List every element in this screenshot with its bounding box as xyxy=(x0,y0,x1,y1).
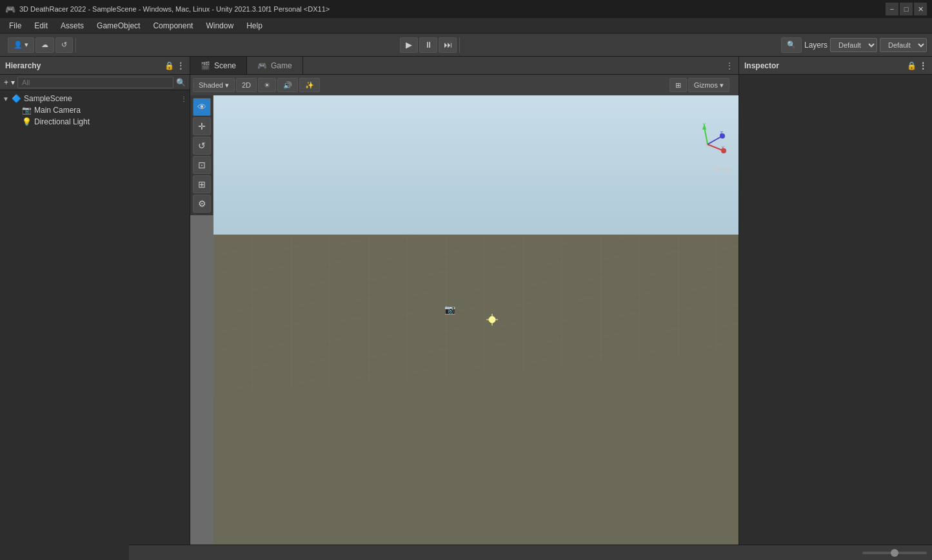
scene-gizmos-button[interactable]: Gizmos ▾ xyxy=(688,78,729,92)
camera-label: Main Camera xyxy=(34,106,187,115)
tree-item-maincamera[interactable]: 📷 Main Camera xyxy=(0,104,190,116)
scene-tool-rect[interactable]: ⊞ xyxy=(193,175,211,193)
shading-button[interactable]: Shaded ▾ xyxy=(193,78,235,92)
tab-game[interactable]: 🎮 Game xyxy=(247,57,303,74)
svg-text:Z: Z xyxy=(720,130,723,136)
hierarchy-header: Hierarchy 🔒 ⋮ xyxy=(0,57,190,75)
scene-grid-button[interactable]: ⊞ xyxy=(669,78,687,92)
light-icon: 💡 xyxy=(22,117,32,126)
account-group: 👤 ▾ ☁ ↺ xyxy=(5,37,76,53)
center-panel-menu-icon[interactable]: ⋮ xyxy=(720,61,739,70)
directional-light-obj[interactable] xyxy=(486,314,498,325)
scene-grid-svg xyxy=(213,235,739,560)
svg-text:Y: Y xyxy=(702,122,706,128)
hierarchy-search-icon[interactable]: 🔍 xyxy=(176,78,186,87)
main-area: Hierarchy 🔒 ⋮ + ▾ 🔍 ▼ 🔷 SampleScene ⋮ xyxy=(0,57,932,560)
svg-point-1 xyxy=(489,316,495,323)
playback-group: ▶ ⏸ ⏭ xyxy=(397,37,460,53)
layers-dropdown[interactable]: Default xyxy=(830,38,877,52)
inspector-menu-icon[interactable]: ⋮ xyxy=(919,61,927,70)
scene-tab-icon: 🎬 xyxy=(201,61,210,70)
gizmo-svg: X Y Z xyxy=(685,122,730,167)
inspector-header: Inspector 🔒 ⋮ xyxy=(739,57,932,75)
layout-dropdown[interactable]: Default xyxy=(880,38,927,52)
camera-obj[interactable]: 📷 xyxy=(444,304,455,314)
layers-label: Layers xyxy=(804,41,828,50)
tree-item-directionallight[interactable]: 💡 Directional Light xyxy=(0,116,190,128)
hierarchy-header-icons: 🔒 ⋮ xyxy=(164,61,184,70)
effects-button[interactable]: ✨ xyxy=(299,78,320,92)
scene-options-icon[interactable]: ⋮ xyxy=(181,95,187,102)
cloud-button[interactable]: ☁ xyxy=(35,37,54,53)
scene-left-tools: 👁 ✛ ↺ ⊡ ⊞ ⚙ xyxy=(190,95,213,215)
search-button[interactable]: 🔍 xyxy=(781,37,802,53)
hierarchy-panel: Hierarchy 🔒 ⋮ + ▾ 🔍 ▼ 🔷 SampleScene ⋮ xyxy=(0,57,190,560)
hierarchy-title: Hierarchy xyxy=(5,61,41,70)
scene-tool-scale[interactable]: ⊡ xyxy=(193,156,211,174)
maximize-button[interactable]: □ xyxy=(900,3,913,15)
inspector-lock-icon[interactable]: 🔒 xyxy=(907,61,917,70)
game-tab-icon: 🎮 xyxy=(257,61,267,70)
minimize-button[interactable]: − xyxy=(886,3,898,15)
window-controls: − □ ✕ xyxy=(886,3,927,15)
menu-window[interactable]: Window xyxy=(199,20,240,32)
scene-3d-view: 📷 X Y xyxy=(213,95,739,560)
light-gizmo-svg xyxy=(486,314,498,325)
menu-gameobject[interactable]: GameObject xyxy=(90,20,146,32)
svg-text:X: X xyxy=(721,145,725,151)
title-bar: 🎮 3D DeathRacer 2022 - SampleScene - Win… xyxy=(0,0,932,18)
inspector-panel: Inspector 🔒 ⋮ xyxy=(739,57,932,560)
play-button[interactable]: ▶ xyxy=(400,37,418,53)
tab-scene[interactable]: 🎬 Scene xyxy=(190,57,247,74)
tree-item-samplescene[interactable]: ▼ 🔷 SampleScene ⋮ xyxy=(0,93,190,104)
center-panel: 🎬 Scene 🎮 Game ⋮ Shaded ▾ 2D ☀ 🔊 ✨ ⊞ Giz… xyxy=(190,57,739,560)
inspector-content xyxy=(739,75,932,560)
game-tab-label: Game xyxy=(271,61,292,70)
menu-help[interactable]: Help xyxy=(240,20,269,32)
hierarchy-lock-icon[interactable]: 🔒 xyxy=(164,61,174,70)
scene-icon: 🔷 xyxy=(12,94,21,103)
audio-button[interactable]: 🔊 xyxy=(277,78,298,92)
svg-rect-0 xyxy=(213,235,739,397)
scene-tool-rotate[interactable]: ↺ xyxy=(193,137,211,155)
inspector-title: Inspector xyxy=(744,61,907,70)
scene-tool-hand[interactable]: 👁 xyxy=(193,98,211,116)
window-title: 3D DeathRacer 2022 - SampleScene - Windo… xyxy=(19,5,886,13)
menu-edit[interactable]: Edit xyxy=(28,20,54,32)
scene-gizmo[interactable]: X Y Z < Persp xyxy=(682,119,733,170)
step-button[interactable]: ⏭ xyxy=(439,37,457,53)
add-icon[interactable]: + xyxy=(4,78,8,87)
hierarchy-search-bar: + ▾ 🔍 xyxy=(0,75,190,90)
menu-assets[interactable]: Assets xyxy=(54,20,90,32)
svg-line-10 xyxy=(704,127,708,144)
2d-button[interactable]: 2D xyxy=(236,78,257,92)
collab-button[interactable]: ↺ xyxy=(55,37,73,53)
menu-file[interactable]: File xyxy=(3,20,28,32)
scene-view[interactable]: Shaded ▾ 2D ☀ 🔊 ✨ ⊞ Gizmos ▾ 👁 ✛ ↺ ⊡ ⊞ ⚙ xyxy=(190,75,739,560)
scene-tool-transform[interactable]: ⚙ xyxy=(193,195,211,213)
menu-bar: File Edit Assets GameObject Component Wi… xyxy=(0,18,932,34)
scene-toolbar: Shaded ▾ 2D ☀ 🔊 ✨ ⊞ Gizmos ▾ xyxy=(190,75,739,95)
scene-tool-move[interactable]: ✛ xyxy=(193,117,211,135)
account-button[interactable]: 👤 ▾ xyxy=(8,37,34,53)
scene-arrow-icon: ▼ xyxy=(3,95,12,102)
pause-button[interactable]: ⏸ xyxy=(419,37,437,53)
main-toolbar: 👤 ▾ ☁ ↺ ▶ ⏸ ⏭ 🔍 Layers Default Default xyxy=(0,34,932,57)
camera-icon: 📷 xyxy=(22,106,32,115)
persp-label: < Persp xyxy=(708,166,731,173)
menu-component[interactable]: Component xyxy=(146,20,199,32)
close-button[interactable]: ✕ xyxy=(914,3,927,15)
scene-label: SampleScene xyxy=(24,94,181,103)
add-arrow-icon[interactable]: ▾ xyxy=(11,78,15,87)
scene-tab-label: Scene xyxy=(214,61,236,70)
scene-sky xyxy=(213,95,739,235)
hierarchy-menu-icon[interactable]: ⋮ xyxy=(177,61,184,70)
app-icon: 🎮 xyxy=(5,5,15,14)
hierarchy-search-input[interactable] xyxy=(17,77,174,88)
lighting-button[interactable]: ☀ xyxy=(258,78,276,92)
hierarchy-content: ▼ 🔷 SampleScene ⋮ 📷 Main Camera 💡 Direct… xyxy=(0,90,190,560)
scene-ground xyxy=(213,235,739,560)
layers-section: 🔍 Layers Default Default xyxy=(781,37,927,53)
light-label: Directional Light xyxy=(34,117,187,126)
scene-tab-bar: 🎬 Scene 🎮 Game ⋮ xyxy=(190,57,739,75)
